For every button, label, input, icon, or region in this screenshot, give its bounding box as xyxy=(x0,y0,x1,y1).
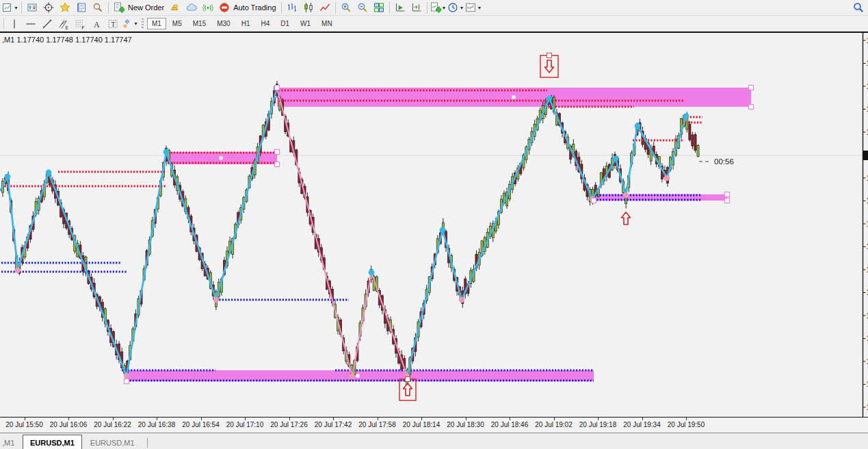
toolbar-separator xyxy=(3,18,4,29)
bar-chart-mode-button[interactable] xyxy=(284,0,300,15)
sell-signal-arrow[interactable] xyxy=(540,53,558,78)
time-axis-label: 20 Jul 19:50 xyxy=(668,421,705,428)
notebook-icon xyxy=(76,2,87,13)
signal-icon xyxy=(202,2,213,13)
time-axis-tick xyxy=(598,418,599,420)
favorites-button[interactable] xyxy=(57,0,73,15)
time-axis-tick xyxy=(68,418,69,420)
time-axis-label: 20 Jul 16:38 xyxy=(138,421,176,428)
vline-icon xyxy=(9,18,20,29)
shapes-tool[interactable]: ▼ xyxy=(121,16,139,31)
buy-arrow-plain[interactable] xyxy=(622,212,631,224)
time-axis-tick xyxy=(378,418,378,420)
time-axis-tick xyxy=(510,418,510,420)
timeframe-h4-button[interactable]: H4 xyxy=(256,18,274,29)
periods-button[interactable]: ▼ xyxy=(447,0,464,15)
time-axis-label: 20 Jul 17:10 xyxy=(226,421,264,428)
time-axis[interactable]: 20 Jul 15:5020 Jul 16:0620 Jul 16:2220 J… xyxy=(0,418,868,433)
search-icon xyxy=(92,2,103,13)
horizontal-line-tool[interactable] xyxy=(23,16,39,31)
dropdown-caret-icon: ▼ xyxy=(442,5,447,10)
new-order-button[interactable] xyxy=(111,0,127,15)
indicators-icon xyxy=(465,2,476,13)
timeframe-m15-button[interactable]: M15 xyxy=(188,18,211,29)
dropdown-caret-icon: ▼ xyxy=(459,5,464,10)
star-icon xyxy=(60,2,70,13)
timeframe-d1-button[interactable]: D1 xyxy=(276,18,294,29)
profiles-button[interactable] xyxy=(24,0,40,15)
time-axis-label: 20 Jul 15:50 xyxy=(5,421,43,428)
tile-windows-button[interactable] xyxy=(371,0,387,15)
timeframe-w1-button[interactable]: W1 xyxy=(295,18,315,29)
equidistant-channel-tool[interactable]: E xyxy=(55,16,72,31)
up-arrow-icon xyxy=(404,383,412,396)
time-axis-label: 20 Jul 19:02 xyxy=(535,421,573,428)
text-tool[interactable]: A xyxy=(88,16,105,31)
auto-scroll-button[interactable] xyxy=(392,0,408,15)
mql5-market-button[interactable] xyxy=(167,0,183,15)
timeframe-m1-button[interactable]: M1 xyxy=(147,18,166,29)
time-axis-tick xyxy=(554,418,555,420)
vertical-line-tool[interactable] xyxy=(6,16,23,31)
line-chart-mode-button[interactable] xyxy=(317,0,333,15)
text-label-tool[interactable]: T xyxy=(105,16,121,31)
new-chart-button[interactable]: ▼ xyxy=(430,0,447,15)
channel-icon: E xyxy=(58,18,69,29)
toolbar-separator xyxy=(427,2,428,14)
chart-tab-eurusdm1[interactable]: EURUSD,M1 xyxy=(83,435,142,449)
timeframe-mn-button[interactable]: MN xyxy=(317,18,337,29)
time-axis-label: 20 Jul 16:22 xyxy=(94,421,131,428)
svg-text:F: F xyxy=(82,25,85,29)
help-search-button[interactable] xyxy=(850,0,867,15)
labelT-icon: T xyxy=(107,18,118,29)
time-axis-tick xyxy=(157,418,157,420)
selection-handles[interactable] xyxy=(124,86,754,384)
time-axis-label: 20 Jul 17:42 xyxy=(315,421,352,428)
svg-text:T: T xyxy=(111,21,116,28)
price-axis[interactable]: 11111111111111111 xyxy=(863,33,868,417)
time-axis-tick xyxy=(113,418,114,420)
toolbar-separator xyxy=(21,2,22,14)
up-arrow-icon xyxy=(622,212,631,224)
neworder-icon xyxy=(114,2,124,13)
time-axis-label: 20 Jul 19:18 xyxy=(579,421,617,428)
timeframe-h1-button[interactable]: H1 xyxy=(237,18,255,29)
trendline-tool[interactable] xyxy=(39,16,55,31)
bars-icon xyxy=(287,2,298,13)
chart-canvas[interactable]: 00:5611111111111111111 xyxy=(0,33,868,417)
zoom-in-button[interactable] xyxy=(338,0,354,15)
down-arrow-icon xyxy=(545,60,554,73)
time-axis-tick xyxy=(201,418,202,420)
timeframe-m5-button[interactable]: M5 xyxy=(168,18,187,29)
candlesticks xyxy=(1,81,699,386)
time-axis-label: 20 Jul 17:26 xyxy=(270,421,308,428)
chart-tabs-bar: ,M1EURUSD,M1EURUSD,M1 xyxy=(0,433,868,449)
chart-shift-button[interactable] xyxy=(408,0,425,15)
crosshair-button[interactable] xyxy=(40,0,57,15)
mql5-cloud-button[interactable] xyxy=(183,0,200,15)
time-axis-label: 20 Jul 18:30 xyxy=(447,421,484,428)
market-watch-search-button[interactable] xyxy=(90,0,106,15)
time-axis-tick xyxy=(25,418,25,420)
chart-window-button[interactable]: ▼ xyxy=(1,0,19,15)
textA-icon: A xyxy=(91,18,102,29)
chart-tab-m1[interactable]: ,M1 xyxy=(0,435,22,449)
linechart-icon xyxy=(319,2,330,13)
fibonacci-tool[interactable]: F xyxy=(72,16,88,31)
time-axis-label: 20 Jul 17:58 xyxy=(358,421,396,428)
chart-ohlc-title: ,M1 1.17740 1.17748 1.17740 1.17747 xyxy=(2,36,132,44)
autoscroll-icon xyxy=(395,2,406,13)
toolbar-standard: ▼New OrderAuto Trading▼▼▼ xyxy=(0,0,868,16)
indicators-button[interactable]: ▼ xyxy=(464,0,482,15)
zoom-out-button[interactable] xyxy=(354,0,371,15)
terminal-button[interactable] xyxy=(73,0,90,15)
chart-tab-eurusdm1[interactable]: EURUSD,M1 xyxy=(23,435,82,449)
new-order-button-label: New Order xyxy=(128,3,164,12)
signals-button[interactable] xyxy=(200,0,216,15)
zigzag-pivot-dots xyxy=(5,86,689,380)
toolbar-separator xyxy=(389,2,390,14)
shapes-icon xyxy=(122,18,133,29)
timeframe-m30-button[interactable]: M30 xyxy=(212,18,235,29)
autotrading-button[interactable] xyxy=(216,0,233,15)
candle-chart-mode-button[interactable] xyxy=(300,0,317,15)
